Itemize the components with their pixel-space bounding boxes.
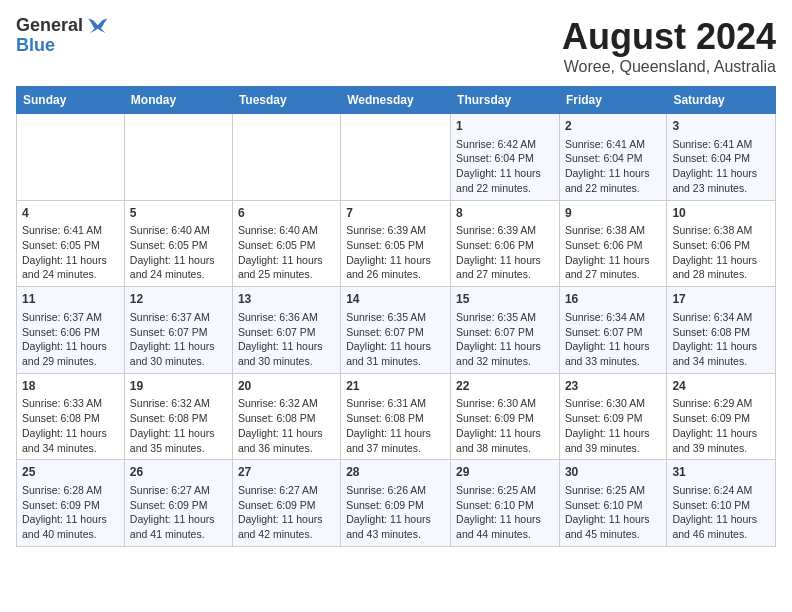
daylight-text: Daylight: 11 hours and 31 minutes. xyxy=(346,339,445,368)
sunset-text: Sunset: 6:09 PM xyxy=(346,498,445,513)
calendar-week-row: 25Sunrise: 6:28 AMSunset: 6:09 PMDayligh… xyxy=(17,460,776,547)
sunrise-text: Sunrise: 6:42 AM xyxy=(456,137,554,152)
calendar-cell: 1Sunrise: 6:42 AMSunset: 6:04 PMDaylight… xyxy=(451,114,560,201)
daylight-text: Daylight: 11 hours and 27 minutes. xyxy=(456,253,554,282)
day-number: 26 xyxy=(130,464,227,481)
daylight-text: Daylight: 11 hours and 22 minutes. xyxy=(456,166,554,195)
column-header-wednesday: Wednesday xyxy=(341,87,451,114)
daylight-text: Daylight: 11 hours and 36 minutes. xyxy=(238,426,335,455)
calendar-cell: 21Sunrise: 6:31 AMSunset: 6:08 PMDayligh… xyxy=(341,373,451,460)
calendar-week-row: 18Sunrise: 6:33 AMSunset: 6:08 PMDayligh… xyxy=(17,373,776,460)
logo-blue-text: Blue xyxy=(16,36,55,56)
logo-bird-icon xyxy=(85,17,109,35)
day-number: 21 xyxy=(346,378,445,395)
sunrise-text: Sunrise: 6:28 AM xyxy=(22,483,119,498)
sunset-text: Sunset: 6:07 PM xyxy=(346,325,445,340)
calendar-cell xyxy=(341,114,451,201)
column-header-monday: Monday xyxy=(124,87,232,114)
day-number: 8 xyxy=(456,205,554,222)
sunrise-text: Sunrise: 6:27 AM xyxy=(130,483,227,498)
logo: General Blue xyxy=(16,16,109,56)
subtitle: Woree, Queensland, Australia xyxy=(562,58,776,76)
calendar-cell: 26Sunrise: 6:27 AMSunset: 6:09 PMDayligh… xyxy=(124,460,232,547)
calendar-header-row: SundayMondayTuesdayWednesdayThursdayFrid… xyxy=(17,87,776,114)
sunset-text: Sunset: 6:04 PM xyxy=(672,151,770,166)
calendar-cell: 15Sunrise: 6:35 AMSunset: 6:07 PMDayligh… xyxy=(451,287,560,374)
daylight-text: Daylight: 11 hours and 26 minutes. xyxy=(346,253,445,282)
sunset-text: Sunset: 6:04 PM xyxy=(565,151,661,166)
day-number: 5 xyxy=(130,205,227,222)
header: General Blue August 2024 Woree, Queensla… xyxy=(16,16,776,76)
sunset-text: Sunset: 6:09 PM xyxy=(130,498,227,513)
sunrise-text: Sunrise: 6:35 AM xyxy=(346,310,445,325)
calendar-cell: 9Sunrise: 6:38 AMSunset: 6:06 PMDaylight… xyxy=(559,200,666,287)
daylight-text: Daylight: 11 hours and 23 minutes. xyxy=(672,166,770,195)
sunrise-text: Sunrise: 6:26 AM xyxy=(346,483,445,498)
day-number: 24 xyxy=(672,378,770,395)
sunset-text: Sunset: 6:05 PM xyxy=(346,238,445,253)
sunset-text: Sunset: 6:07 PM xyxy=(130,325,227,340)
sunrise-text: Sunrise: 6:41 AM xyxy=(672,137,770,152)
sunrise-text: Sunrise: 6:31 AM xyxy=(346,396,445,411)
sunrise-text: Sunrise: 6:25 AM xyxy=(456,483,554,498)
daylight-text: Daylight: 11 hours and 25 minutes. xyxy=(238,253,335,282)
sunrise-text: Sunrise: 6:34 AM xyxy=(565,310,661,325)
daylight-text: Daylight: 11 hours and 34 minutes. xyxy=(672,339,770,368)
sunrise-text: Sunrise: 6:30 AM xyxy=(456,396,554,411)
sunset-text: Sunset: 6:06 PM xyxy=(456,238,554,253)
day-number: 23 xyxy=(565,378,661,395)
calendar-week-row: 1Sunrise: 6:42 AMSunset: 6:04 PMDaylight… xyxy=(17,114,776,201)
sunset-text: Sunset: 6:10 PM xyxy=(565,498,661,513)
sunrise-text: Sunrise: 6:25 AM xyxy=(565,483,661,498)
day-number: 14 xyxy=(346,291,445,308)
calendar-cell: 28Sunrise: 6:26 AMSunset: 6:09 PMDayligh… xyxy=(341,460,451,547)
sunset-text: Sunset: 6:08 PM xyxy=(238,411,335,426)
sunrise-text: Sunrise: 6:32 AM xyxy=(238,396,335,411)
column-header-friday: Friday xyxy=(559,87,666,114)
day-number: 12 xyxy=(130,291,227,308)
logo-general-text: General xyxy=(16,16,83,36)
daylight-text: Daylight: 11 hours and 38 minutes. xyxy=(456,426,554,455)
day-number: 19 xyxy=(130,378,227,395)
daylight-text: Daylight: 11 hours and 29 minutes. xyxy=(22,339,119,368)
calendar-table: SundayMondayTuesdayWednesdayThursdayFrid… xyxy=(16,86,776,547)
calendar-cell: 12Sunrise: 6:37 AMSunset: 6:07 PMDayligh… xyxy=(124,287,232,374)
sunset-text: Sunset: 6:06 PM xyxy=(565,238,661,253)
calendar-week-row: 11Sunrise: 6:37 AMSunset: 6:06 PMDayligh… xyxy=(17,287,776,374)
sunset-text: Sunset: 6:07 PM xyxy=(238,325,335,340)
day-number: 7 xyxy=(346,205,445,222)
sunset-text: Sunset: 6:10 PM xyxy=(456,498,554,513)
calendar-cell: 19Sunrise: 6:32 AMSunset: 6:08 PMDayligh… xyxy=(124,373,232,460)
column-header-sunday: Sunday xyxy=(17,87,125,114)
day-number: 16 xyxy=(565,291,661,308)
calendar-cell: 2Sunrise: 6:41 AMSunset: 6:04 PMDaylight… xyxy=(559,114,666,201)
calendar-cell: 5Sunrise: 6:40 AMSunset: 6:05 PMDaylight… xyxy=(124,200,232,287)
day-number: 4 xyxy=(22,205,119,222)
sunrise-text: Sunrise: 6:29 AM xyxy=(672,396,770,411)
sunrise-text: Sunrise: 6:27 AM xyxy=(238,483,335,498)
calendar-cell xyxy=(232,114,340,201)
sunset-text: Sunset: 6:04 PM xyxy=(456,151,554,166)
sunset-text: Sunset: 6:07 PM xyxy=(565,325,661,340)
day-number: 9 xyxy=(565,205,661,222)
calendar-cell xyxy=(124,114,232,201)
day-number: 10 xyxy=(672,205,770,222)
sunrise-text: Sunrise: 6:24 AM xyxy=(672,483,770,498)
calendar-cell: 11Sunrise: 6:37 AMSunset: 6:06 PMDayligh… xyxy=(17,287,125,374)
calendar-cell: 16Sunrise: 6:34 AMSunset: 6:07 PMDayligh… xyxy=(559,287,666,374)
sunrise-text: Sunrise: 6:40 AM xyxy=(130,223,227,238)
daylight-text: Daylight: 11 hours and 42 minutes. xyxy=(238,512,335,541)
sunset-text: Sunset: 6:08 PM xyxy=(672,325,770,340)
sunrise-text: Sunrise: 6:37 AM xyxy=(130,310,227,325)
calendar-cell: 18Sunrise: 6:33 AMSunset: 6:08 PMDayligh… xyxy=(17,373,125,460)
sunrise-text: Sunrise: 6:40 AM xyxy=(238,223,335,238)
calendar-cell: 27Sunrise: 6:27 AMSunset: 6:09 PMDayligh… xyxy=(232,460,340,547)
day-number: 11 xyxy=(22,291,119,308)
sunrise-text: Sunrise: 6:37 AM xyxy=(22,310,119,325)
sunset-text: Sunset: 6:08 PM xyxy=(130,411,227,426)
column-header-saturday: Saturday xyxy=(667,87,776,114)
sunrise-text: Sunrise: 6:38 AM xyxy=(565,223,661,238)
day-number: 22 xyxy=(456,378,554,395)
daylight-text: Daylight: 11 hours and 32 minutes. xyxy=(456,339,554,368)
sunrise-text: Sunrise: 6:33 AM xyxy=(22,396,119,411)
